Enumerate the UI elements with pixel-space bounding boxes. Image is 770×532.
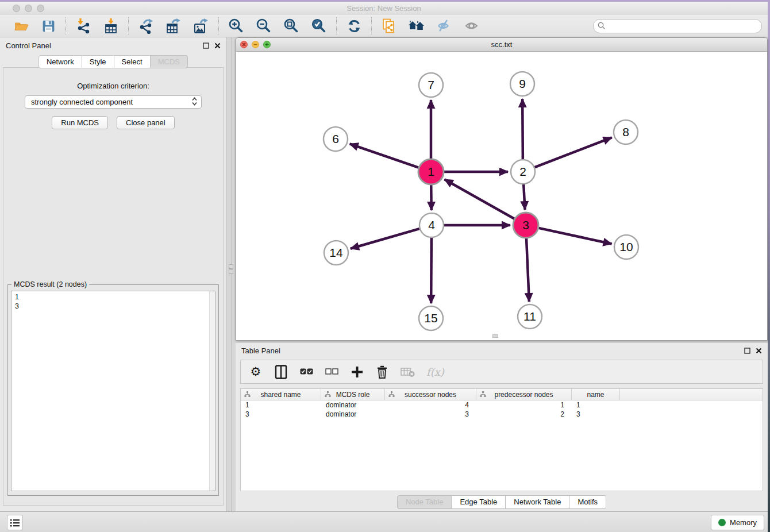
- refresh-icon[interactable]: [345, 17, 363, 34]
- mcds-result-title: MCDS result (2 nodes): [11, 280, 89, 288]
- float-panel-icon[interactable]: [744, 348, 750, 354]
- show-all-icon[interactable]: [463, 17, 481, 34]
- tab-network-table[interactable]: Network Table: [506, 495, 569, 509]
- open-session-icon[interactable]: [11, 17, 30, 34]
- table-settings-icon[interactable]: ⚙: [249, 363, 263, 380]
- select-all-columns-icon[interactable]: [299, 363, 313, 380]
- export-network-icon[interactable]: [137, 17, 155, 34]
- column-header-mcds-role[interactable]: MCDS role: [321, 389, 385, 400]
- splitter-grip[interactable]: [229, 269, 233, 274]
- import-table-icon[interactable]: [102, 17, 120, 34]
- task-history-button[interactable]: [7, 515, 23, 530]
- memory-button[interactable]: Memory: [711, 515, 764, 530]
- zoom-network-button[interactable]: [263, 41, 271, 48]
- application-window: Session: New Session: [0, 0, 770, 532]
- graph-node-7[interactable]: 7: [419, 73, 443, 97]
- close-panel-button[interactable]: Close panel: [117, 116, 175, 129]
- zoom-fit-icon[interactable]: [282, 17, 301, 34]
- mcds-result-box: MCDS result (2 nodes) 1 3: [7, 284, 219, 496]
- add-column-icon[interactable]: [350, 363, 364, 380]
- zoom-out-icon[interactable]: [255, 17, 273, 34]
- close-panel-icon[interactable]: [756, 348, 762, 354]
- result-scrollbar[interactable]: [209, 291, 215, 491]
- graph-node-9[interactable]: 9: [510, 72, 534, 96]
- column-header-shared-name[interactable]: shared name: [241, 389, 321, 400]
- graph-node-2[interactable]: 2: [511, 160, 535, 184]
- graph-node-8[interactable]: 8: [614, 120, 638, 144]
- window-resize-grip[interactable]: [492, 334, 498, 338]
- column-header-predecessor-nodes[interactable]: predecessor nodes: [476, 389, 572, 400]
- export-table-icon[interactable]: [164, 17, 183, 34]
- minimize-network-button[interactable]: [252, 41, 259, 48]
- function-builder-icon[interactable]: f(x): [426, 363, 444, 380]
- graph-node-14[interactable]: 14: [324, 241, 348, 265]
- table-header-row: shared name MCDS role successor nodes pr…: [241, 389, 763, 400]
- attribute-tree-icon: [480, 391, 486, 398]
- graph-node-10[interactable]: 10: [614, 235, 638, 259]
- table-row[interactable]: 3 dominator 3 2 3: [241, 410, 763, 419]
- close-network-button[interactable]: [240, 41, 248, 48]
- chevron-up-down-icon: [191, 97, 198, 107]
- zoom-in-icon[interactable]: [227, 17, 245, 34]
- graph-node-label: 2: [519, 165, 526, 178]
- delete-columns-icon[interactable]: [375, 363, 389, 380]
- mcds-result-list[interactable]: 1 3: [11, 291, 215, 491]
- criterion-select[interactable]: strongly connected component: [25, 95, 202, 109]
- attribute-tree-icon: [388, 391, 395, 398]
- graph-node-1[interactable]: 1: [418, 159, 444, 184]
- tab-edge-table[interactable]: Edge Table: [452, 495, 506, 509]
- zoom-window-button[interactable]: [37, 5, 44, 12]
- status-bar: Memory: [0, 511, 768, 532]
- tab-mcds[interactable]: MCDS: [151, 55, 188, 68]
- graph-node-label: 15: [424, 311, 437, 325]
- close-panel-icon[interactable]: [214, 43, 221, 49]
- attribute-tree-icon: [325, 391, 331, 398]
- graph-edge-3-10[interactable]: [538, 228, 611, 244]
- run-mcds-button[interactable]: Run MCDS: [52, 116, 108, 129]
- graph-edge-4-15[interactable]: [431, 238, 432, 303]
- toggle-panes-icon[interactable]: [274, 363, 288, 380]
- graph-edge-2-8[interactable]: [535, 137, 612, 167]
- graph-node-label: 4: [428, 218, 435, 232]
- graph-edge-4-14[interactable]: [351, 229, 419, 249]
- first-neighbors-icon[interactable]: [407, 17, 426, 34]
- splitter-grip[interactable]: [229, 264, 233, 269]
- network-from-document-icon[interactable]: [380, 17, 398, 34]
- graph-node-11[interactable]: 11: [518, 304, 542, 329]
- node-table: shared name MCDS role successor nodes pr…: [240, 388, 763, 491]
- tab-style[interactable]: Style: [82, 55, 114, 68]
- desktop-edge: [768, 0, 770, 532]
- hide-selected-icon[interactable]: [435, 17, 453, 34]
- control-panel-tabs: Network Style Select MCDS: [0, 55, 226, 68]
- column-header-name[interactable]: name: [572, 389, 620, 400]
- graph-node-label: 1: [428, 165, 434, 178]
- graph-node-4[interactable]: 4: [419, 213, 444, 237]
- column-header-successor-nodes[interactable]: successor nodes: [385, 389, 476, 400]
- delete-table-icon[interactable]: [401, 363, 415, 380]
- export-image-icon[interactable]: [192, 17, 210, 34]
- minimize-window-button[interactable]: [25, 5, 32, 12]
- panel-splitter[interactable]: [227, 37, 236, 511]
- graph-edge-1-6[interactable]: [350, 144, 419, 167]
- close-window-button[interactable]: [13, 5, 20, 12]
- zoom-selected-icon[interactable]: [310, 17, 328, 34]
- graph-edge-2-3[interactable]: [523, 184, 525, 210]
- table-row[interactable]: 1 dominator 4 1 1: [241, 400, 763, 410]
- graph-node-3[interactable]: 3: [513, 213, 538, 238]
- deselect-all-columns-icon[interactable]: [325, 363, 338, 380]
- float-panel-icon[interactable]: [203, 43, 209, 49]
- graph-edge-2-9[interactable]: [522, 99, 523, 159]
- network-window-titlebar[interactable]: scc.txt: [236, 38, 767, 52]
- search-input[interactable]: [593, 19, 762, 33]
- graph-edge-3-11[interactable]: [526, 238, 529, 302]
- network-canvas[interactable]: 7968124314101511: [236, 52, 767, 339]
- tab-select[interactable]: Select: [114, 55, 151, 68]
- tab-node-table[interactable]: Node Table: [397, 495, 452, 509]
- graph-edge-3-1[interactable]: [445, 179, 514, 218]
- import-network-icon[interactable]: [74, 17, 93, 34]
- save-session-icon[interactable]: [39, 17, 57, 34]
- graph-node-15[interactable]: 15: [419, 306, 443, 330]
- tab-motifs[interactable]: Motifs: [569, 495, 606, 509]
- tab-network[interactable]: Network: [38, 55, 82, 68]
- graph-node-6[interactable]: 6: [324, 127, 348, 151]
